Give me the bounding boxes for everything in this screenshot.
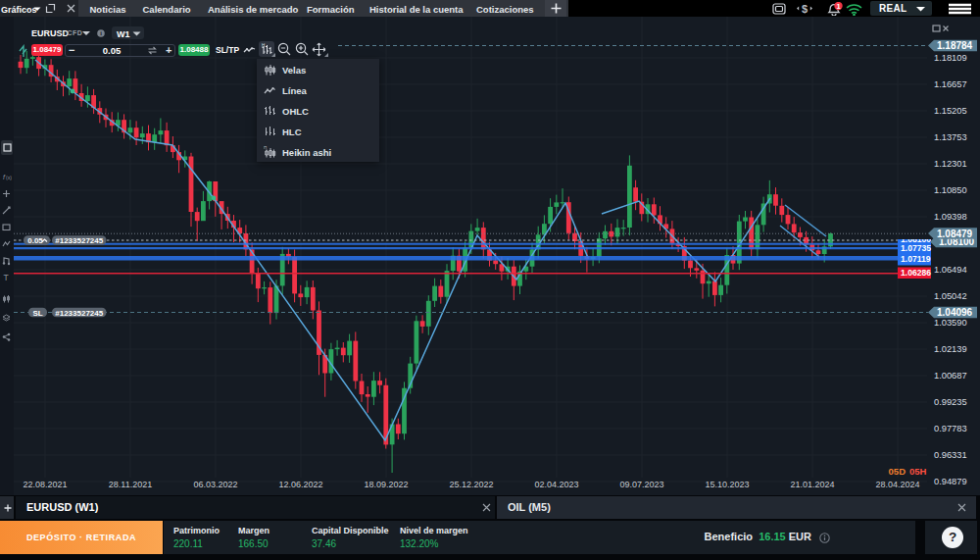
svg-text:12.06.2022: 12.06.2022 <box>278 480 322 489</box>
svg-text:18.09.2022: 18.09.2022 <box>364 480 408 489</box>
svg-text:1.18109: 1.18109 <box>934 53 967 63</box>
svg-text:21.01.2024: 21.01.2024 <box>790 480 834 489</box>
svg-text:1: 1 <box>836 2 840 11</box>
svg-text:1.16657: 1.16657 <box>934 79 967 89</box>
svg-text:22.08.2021: 22.08.2021 <box>23 480 67 489</box>
svg-text:#1233527245: #1233527245 <box>55 236 103 245</box>
svg-text:1.00687: 1.00687 <box>934 371 967 381</box>
svg-text:1.12301: 1.12301 <box>934 159 967 169</box>
svg-text:1.09398: 1.09398 <box>934 212 967 222</box>
svg-text:1.10850: 1.10850 <box>934 185 967 195</box>
svg-text:1.06494: 1.06494 <box>934 265 967 275</box>
svg-text:H: H <box>264 146 267 150</box>
svg-text:1.15205: 1.15205 <box>934 106 967 116</box>
svg-text:1.13753: 1.13753 <box>934 132 967 142</box>
svg-text:28.11.2021: 28.11.2021 <box>109 480 152 489</box>
svg-text:0.97783: 0.97783 <box>934 424 967 433</box>
svg-text:05H: 05H <box>909 466 927 477</box>
svg-text:05D: 05D <box>889 466 906 477</box>
svg-text:1.05042: 1.05042 <box>934 291 967 301</box>
svg-text:15.10.2023: 15.10.2023 <box>705 480 749 489</box>
svg-text:1.08479: 1.08479 <box>937 229 973 239</box>
svg-text:1.04096: 1.04096 <box>937 307 973 318</box>
svg-text:(x): (x) <box>6 175 12 180</box>
svg-text:1.18784: 1.18784 <box>937 40 973 51</box>
svg-text:#1233527245: #1233527245 <box>55 309 103 318</box>
svg-text:1.02139: 1.02139 <box>934 344 967 354</box>
svg-text:0.05: 0.05 <box>27 236 43 245</box>
svg-text:28.04.2024: 28.04.2024 <box>875 480 919 489</box>
svg-text:1.06286: 1.06286 <box>901 268 931 278</box>
svg-text:1.07119: 1.07119 <box>901 254 931 264</box>
svg-text:SL: SL <box>32 309 42 318</box>
svg-text:0.96331: 0.96331 <box>934 450 967 460</box>
svg-text:H: H <box>262 43 265 48</box>
svg-text:1.03590: 1.03590 <box>934 318 967 328</box>
svg-text:06.03.2022: 06.03.2022 <box>193 480 237 489</box>
svg-text:25.12.2022: 25.12.2022 <box>449 480 493 489</box>
svg-text:0.94879: 0.94879 <box>934 477 967 486</box>
svg-text:T: T <box>4 273 9 282</box>
svg-text:02.04.2023: 02.04.2023 <box>534 480 578 489</box>
svg-text:0.99235: 0.99235 <box>934 397 967 407</box>
svg-text:$: $ <box>802 3 808 15</box>
svg-text:09.07.2023: 09.07.2023 <box>619 480 663 489</box>
svg-text:1.07735: 1.07735 <box>901 243 931 253</box>
